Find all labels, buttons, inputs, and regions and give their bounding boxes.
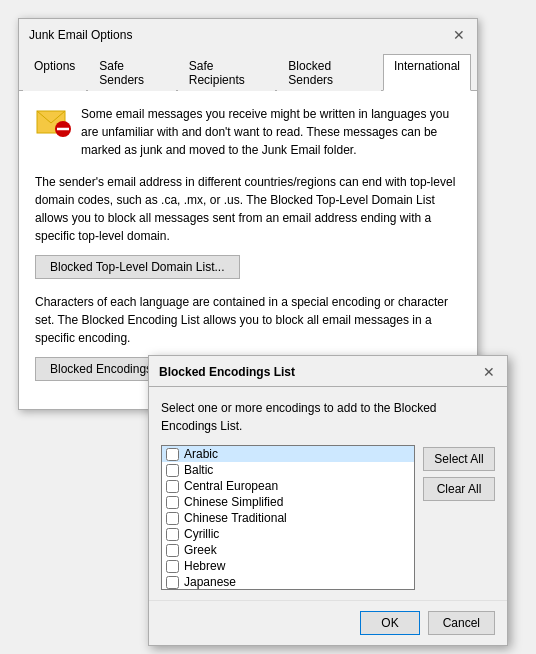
encoding-checkbox[interactable] <box>166 544 179 557</box>
list-area: ArabicBalticCentral EuropeanChinese Simp… <box>161 445 495 590</box>
tab-blocked-senders[interactable]: Blocked Senders <box>277 54 381 91</box>
cancel-button[interactable]: Cancel <box>428 611 495 635</box>
list-item[interactable]: Greek <box>162 542 414 558</box>
list-item[interactable]: Central European <box>162 478 414 494</box>
encoding-label: Arabic <box>184 447 218 461</box>
domain-section: The sender's email address in different … <box>35 173 461 279</box>
list-item[interactable]: Arabic <box>162 446 414 462</box>
sub-dialog-footer: OK Cancel <box>149 600 507 645</box>
encoding-label: Central European <box>184 479 278 493</box>
encoding-label: Hebrew <box>184 559 225 573</box>
tab-safe-senders[interactable]: Safe Senders <box>88 54 175 91</box>
list-item[interactable]: Japanese <box>162 574 414 590</box>
clear-all-button[interactable]: Clear All <box>423 477 495 501</box>
info-description: Some email messages you receive might be… <box>81 105 461 159</box>
list-item[interactable]: Chinese Simplified <box>162 494 414 510</box>
tab-bar: Options Safe Senders Safe Recipients Blo… <box>19 49 477 91</box>
encoding-checkbox[interactable] <box>166 496 179 509</box>
select-all-button[interactable]: Select All <box>423 447 495 471</box>
tab-safe-recipients[interactable]: Safe Recipients <box>178 54 276 91</box>
main-dialog-title: Junk Email Options <box>29 28 132 42</box>
list-item[interactable]: Cyrillic <box>162 526 414 542</box>
domain-section-text: The sender's email address in different … <box>35 173 461 245</box>
encoding-label: Chinese Simplified <box>184 495 283 509</box>
encoding-checkbox[interactable] <box>166 512 179 525</box>
sub-close-button[interactable]: ✕ <box>479 362 499 382</box>
encoding-label: Japanese <box>184 575 236 589</box>
info-row: Some email messages you receive might be… <box>35 105 461 159</box>
encoding-label: Cyrillic <box>184 527 219 541</box>
list-action-buttons: Select All Clear All <box>423 445 495 590</box>
encoding-list[interactable]: ArabicBalticCentral EuropeanChinese Simp… <box>161 445 415 590</box>
encoding-checkbox[interactable] <box>166 480 179 493</box>
encoding-checkbox[interactable] <box>166 560 179 573</box>
main-dialog: Junk Email Options ✕ Options Safe Sender… <box>18 18 478 410</box>
main-title-bar: Junk Email Options ✕ <box>19 19 477 49</box>
sub-dialog-title: Blocked Encodings List <box>159 365 295 379</box>
email-junk-icon <box>35 107 71 137</box>
blocked-top-level-domain-button[interactable]: Blocked Top-Level Domain List... <box>35 255 240 279</box>
encoding-label: Greek <box>184 543 217 557</box>
list-item[interactable]: Chinese Traditional <box>162 510 414 526</box>
encoding-checkbox[interactable] <box>166 464 179 477</box>
ok-button[interactable]: OK <box>360 611 419 635</box>
encoding-section-text: Characters of each language are containe… <box>35 293 461 347</box>
encoding-label: Chinese Traditional <box>184 511 287 525</box>
tab-international[interactable]: International <box>383 54 471 91</box>
list-item[interactable]: Hebrew <box>162 558 414 574</box>
encoding-checkbox[interactable] <box>166 576 179 589</box>
sub-title-bar: Blocked Encodings List ✕ <box>149 356 507 387</box>
main-close-button[interactable]: ✕ <box>449 25 469 45</box>
sub-dialog-blocked-encodings: Blocked Encodings List ✕ Select one or m… <box>148 355 508 646</box>
tab-options[interactable]: Options <box>23 54 86 91</box>
sub-dialog-content: Select one or more encodings to add to t… <box>149 387 507 600</box>
encoding-label: Baltic <box>184 463 213 477</box>
list-item[interactable]: Baltic <box>162 462 414 478</box>
encoding-checkbox[interactable] <box>166 448 179 461</box>
sub-dialog-description: Select one or more encodings to add to t… <box>161 399 495 435</box>
encoding-checkbox[interactable] <box>166 528 179 541</box>
